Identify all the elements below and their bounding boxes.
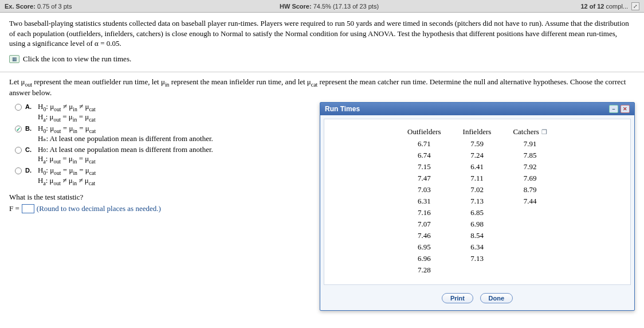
table-row: 6.967.13 [397, 253, 557, 264]
view-data-link[interactable]: Click the icon to view the run times. [23, 54, 131, 64]
run-times-table: Outfielders Infielders Catchers❐ 6.717.5… [396, 125, 559, 276]
progress-suffix: compl... [604, 3, 628, 10]
table-row: 7.156.417.92 [397, 162, 557, 172]
table-cell: 7.15 [397, 162, 451, 172]
popup-title: Run Times [325, 105, 360, 113]
table-row: 7.468.54 [397, 231, 557, 241]
table-cell: 7.91 [502, 139, 557, 149]
radio-a[interactable] [15, 104, 22, 111]
table-cell [453, 265, 502, 275]
option-a-h0: H0: μout ≠ μin ≠ μcat [38, 102, 96, 111]
table-cell: 6.96 [397, 253, 451, 264]
col-outfielders: Outfielders [397, 126, 451, 138]
table-cell: 6.95 [397, 242, 451, 252]
close-icon[interactable]: ✕ [621, 105, 630, 113]
option-b-ha: Hₐ: At least one population mean is diff… [38, 134, 213, 143]
table-cell: 7.59 [453, 139, 502, 149]
table-row: 7.166.85 [397, 208, 557, 218]
table-cell [502, 231, 557, 241]
table-cell: 6.34 [453, 242, 502, 252]
table-cell: 7.92 [502, 162, 557, 172]
question-body: Two baseball-playing statistics students… [9, 18, 635, 49]
table-cell: 7.28 [397, 265, 451, 275]
table-cell: 8.79 [502, 185, 557, 195]
table-row: 7.037.028.79 [397, 185, 557, 195]
option-c-ha: Ha: μout = μin = μcat [38, 154, 96, 163]
table-row: 7.076.98 [397, 219, 557, 229]
table-cell: 7.03 [397, 185, 451, 195]
popup-titlebar[interactable]: Run Times – ✕ [320, 103, 634, 115]
table-cell: 7.13 [453, 196, 502, 206]
table-cell: 7.44 [502, 196, 557, 206]
col-infielders: Infielders [453, 126, 502, 138]
data-table-icon[interactable]: ▦ [9, 55, 19, 63]
score-bar: Ex. Score: 0.75 of 3 pts HW Score: 74.5%… [0, 0, 644, 13]
print-button[interactable]: Print [442, 293, 473, 303]
table-cell: 7.24 [453, 150, 502, 161]
table-cell [502, 253, 557, 264]
hypothesis-prompt: Let μout represent the mean outfielder r… [0, 77, 644, 98]
table-cell: 7.07 [397, 219, 451, 229]
f-equals: F = [9, 204, 19, 213]
copy-icon[interactable]: ❐ [539, 128, 547, 135]
table-cell: 6.74 [397, 150, 451, 161]
option-c-h0: H₀: At least one population mean is diff… [38, 145, 213, 154]
table-row: 7.477.117.69 [397, 173, 557, 183]
divider [0, 72, 644, 72]
option-d-h0: H0: μout = μin = μcat [38, 166, 96, 174]
f-statistic-input[interactable] [22, 204, 34, 213]
expand-icon[interactable]: ⤢ [631, 2, 639, 10]
ex-score-value: 0.75 of 3 pts [37, 3, 72, 10]
table-cell: 7.13 [453, 253, 502, 264]
table-cell: 7.02 [453, 185, 502, 195]
done-button[interactable]: Done [480, 293, 513, 303]
ex-score-label: Ex. Score: [5, 3, 36, 10]
table-cell [502, 242, 557, 252]
table-cell: 7.11 [453, 173, 502, 183]
table-cell: 6.98 [453, 219, 502, 229]
table-cell: 8.54 [453, 231, 502, 241]
table-row: 6.717.597.91 [397, 139, 557, 149]
table-cell [502, 208, 557, 218]
run-times-popup: Run Times – ✕ Outfielders Infielders Cat… [320, 102, 635, 311]
table-cell [502, 265, 557, 275]
table-cell: 7.16 [397, 208, 451, 218]
table-row: 7.28 [397, 265, 557, 275]
hw-score-label: HW Score: [280, 3, 312, 10]
radio-c[interactable] [15, 147, 22, 154]
col-catchers: Catchers❐ [502, 126, 557, 138]
table-row: 6.747.247.85 [397, 150, 557, 161]
table-row: 6.317.137.44 [397, 196, 557, 206]
table-row: 6.956.34 [397, 242, 557, 252]
option-d-ha: Ha: μout ≠ μin ≠ μcat [38, 176, 95, 185]
table-cell: 6.85 [453, 208, 502, 218]
table-cell [502, 219, 557, 229]
progress-count: 12 of 12 [580, 3, 604, 10]
table-cell: 6.31 [397, 196, 451, 206]
radio-b[interactable] [15, 126, 22, 132]
table-cell: 7.69 [502, 173, 557, 183]
radio-d[interactable] [15, 167, 22, 174]
table-cell: 6.71 [397, 139, 451, 149]
table-cell: 7.85 [502, 150, 557, 161]
option-a-ha: Ha: μout = μin = μcat [38, 112, 96, 121]
rounding-hint: (Round to two decimal places as needed.) [37, 204, 161, 213]
minimize-icon[interactable]: – [609, 105, 618, 113]
hw-score-value: 74.5% (17.13 of 23 pts) [313, 3, 379, 10]
option-b-h0: H0: μout = μin = μcat [38, 124, 96, 132]
table-cell: 7.47 [397, 173, 451, 183]
table-cell: 7.46 [397, 231, 451, 241]
table-cell: 6.41 [453, 162, 502, 172]
